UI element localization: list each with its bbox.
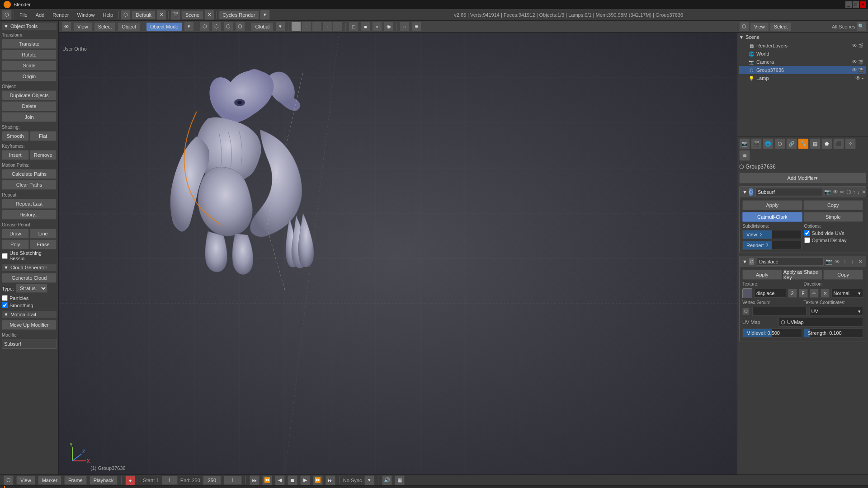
wire-shading-btn[interactable]: □: [349, 22, 359, 32]
blender-icon-btn[interactable]: ⬡: [2, 10, 12, 20]
maximize-button[interactable]: □: [853, 1, 859, 8]
uv-dropdown[interactable]: UV ▾: [809, 307, 863, 316]
scene-close[interactable]: ✕: [204, 10, 214, 20]
join-btn[interactable]: Join: [2, 112, 57, 122]
subsurf-apply-btn[interactable]: Apply: [742, 200, 802, 210]
type-dropdown[interactable]: Stratus: [16, 284, 47, 293]
step-fwd-btn[interactable]: ⏩: [313, 475, 323, 485]
texture-preview-icon[interactable]: [742, 288, 752, 298]
tl-marker-menu[interactable]: Marker: [38, 476, 61, 485]
displace-up-icon[interactable]: ↑: [842, 258, 848, 266]
delete-btn[interactable]: Delete: [2, 101, 57, 111]
menu-render[interactable]: Render: [49, 11, 72, 19]
layer-btn-5[interactable]: ·: [333, 22, 343, 32]
sync-dropdown[interactable]: ▾: [364, 475, 374, 485]
pivot-selector[interactable]: Global: [251, 22, 274, 31]
menu-help[interactable]: Help: [99, 11, 117, 19]
subsurf-expand[interactable]: ▼: [742, 189, 747, 195]
manipulator-btn[interactable]: ↔: [400, 22, 410, 32]
menu-add[interactable]: Add: [32, 11, 48, 19]
close-button[interactable]: ✕: [860, 1, 866, 8]
vg-icon[interactable]: ⬡: [742, 308, 750, 315]
current-frame-input[interactable]: [224, 476, 242, 485]
tl-playback-menu[interactable]: Playback: [90, 476, 118, 485]
strength-field[interactable]: Strength: 0.100: [804, 328, 863, 338]
line-btn[interactable]: Line: [30, 229, 57, 239]
lamp-eye[interactable]: 👁: [855, 75, 861, 81]
remove-btn[interactable]: Remove: [30, 150, 57, 160]
displace-render-icon[interactable]: 📷: [826, 258, 832, 266]
record-btn[interactable]: ●: [125, 475, 135, 485]
render-engine-selector[interactable]: Cycles Render: [218, 10, 259, 19]
cloud-toggle[interactable]: ▼: [4, 265, 9, 270]
subsurf-edit-icon[interactable]: ✏: [840, 188, 844, 196]
world-props-icon[interactable]: 🌐: [763, 138, 774, 149]
scene-expand[interactable]: ▼: [739, 35, 744, 40]
add-modifier-btn[interactable]: Add Modifier ▾: [739, 173, 866, 183]
search-btn[interactable]: 🔍: [856, 22, 866, 32]
viewport-content[interactable]: User Ortho (1) Group37636 X Y Z: [59, 33, 737, 474]
subsurf-down-icon[interactable]: ↓: [857, 188, 860, 196]
smoothing-checkbox[interactable]: [2, 302, 8, 308]
layer-btn-2[interactable]: ·: [302, 22, 311, 32]
scale-btn[interactable]: Scale: [2, 61, 57, 70]
render-settings-icon[interactable]: ▾: [260, 10, 270, 20]
vg-field[interactable]: [752, 307, 807, 316]
render-props-icon[interactable]: 📷: [739, 138, 750, 149]
origin-btn[interactable]: Origin: [2, 71, 57, 81]
render-layers-eye[interactable]: 👁: [852, 42, 857, 49]
modifier-props-icon[interactable]: 🔧: [798, 138, 809, 149]
object-mode-btn[interactable]: Object Mode: [146, 22, 182, 31]
menu-window[interactable]: Window: [73, 11, 98, 19]
view-icon-btn[interactable]: 👁: [61, 22, 71, 32]
layer-btn-1[interactable]: ·: [291, 22, 301, 32]
use-sketching-checkbox[interactable]: [2, 253, 8, 259]
uvmap-field[interactable]: ⬡ UVMap: [778, 318, 863, 327]
particle-props-icon[interactable]: ⁘: [845, 138, 856, 149]
layer-btn-3[interactable]: ·: [312, 22, 322, 32]
calculate-paths-btn[interactable]: Calculate Paths: [2, 169, 57, 179]
outliner-group37636[interactable]: ⬡ Group37636 👁 🎬: [739, 66, 866, 74]
duplicate-objects-btn[interactable]: Duplicate Objects: [2, 90, 57, 100]
tl-view-menu[interactable]: View: [16, 476, 35, 485]
workspace-selector[interactable]: Default: [132, 10, 156, 19]
subsurf-up-icon[interactable]: ↑: [853, 188, 855, 196]
ortho-view-icon[interactable]: ⬡: [223, 22, 233, 32]
move-up-modifier-btn[interactable]: Move Up Modifier: [2, 320, 57, 330]
group-restrict[interactable]: 🎬: [858, 68, 863, 73]
clear-paths-btn[interactable]: Clear Paths: [2, 180, 57, 190]
object-tools-toggle[interactable]: ▼: [4, 23, 9, 29]
texture-browse-btn[interactable]: F: [799, 289, 808, 298]
tl-frame-menu[interactable]: Frame: [64, 476, 87, 485]
scene-name[interactable]: Scene: [181, 10, 203, 19]
layer-btn-4[interactable]: ·: [322, 22, 332, 32]
camera-restrict[interactable]: 🎬: [858, 60, 863, 65]
minimize-button[interactable]: _: [845, 1, 852, 8]
render-subdivisions-field[interactable]: Render: 2: [742, 241, 802, 250]
jump-start-btn[interactable]: ⏮: [250, 475, 259, 485]
simple-btn[interactable]: Simple: [803, 212, 863, 222]
scene-icon[interactable]: 🎬: [170, 10, 180, 20]
displace-realtime-icon[interactable]: 👁: [834, 258, 840, 266]
group-eye[interactable]: 👁: [852, 67, 857, 73]
subdivide-uvs-checkbox[interactable]: [804, 230, 810, 236]
view-subdivisions-field[interactable]: View: 2: [742, 230, 802, 239]
direction-dropdown[interactable]: Normal ▾: [831, 289, 863, 298]
view-btn[interactable]: View: [750, 22, 769, 31]
catmull-clark-btn[interactable]: Catmull-Clark: [742, 212, 802, 222]
subsurf-name-field[interactable]: [755, 188, 822, 196]
flat-btn[interactable]: Flat: [30, 131, 57, 141]
insert-btn[interactable]: Insert: [2, 150, 29, 160]
particles-checkbox[interactable]: [2, 295, 8, 301]
smooth-btn[interactable]: Smooth: [2, 131, 29, 141]
global-view-icon[interactable]: ⬡: [200, 22, 210, 32]
object-props-icon[interactable]: ⬡: [774, 138, 785, 149]
displace-copy-btn[interactable]: Copy: [823, 270, 863, 280]
displace-down-icon[interactable]: ↓: [849, 258, 855, 266]
workspace-icon[interactable]: ⬡: [121, 10, 131, 20]
subsurf-cage-icon[interactable]: ⬡: [846, 188, 851, 196]
motion-trail-toggle[interactable]: ▼: [4, 312, 9, 317]
texture-name-field[interactable]: displace: [754, 289, 786, 298]
erase-btn[interactable]: Erase: [30, 239, 57, 249]
displace-close-icon[interactable]: ✕: [857, 258, 863, 266]
